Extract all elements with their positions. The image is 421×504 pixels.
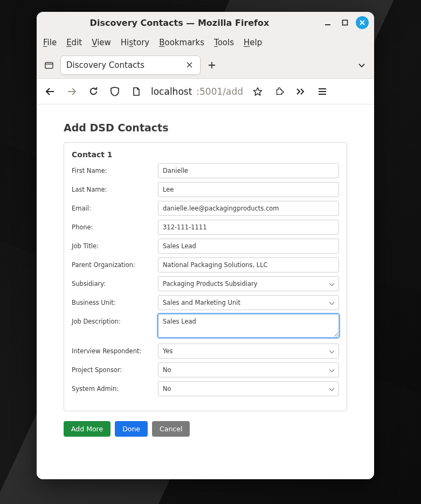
recent-tabs-button[interactable] bbox=[42, 58, 56, 72]
contact-card: Contact 1 First Name: Last Name: Email: … bbox=[64, 142, 347, 411]
nav-back-button[interactable] bbox=[43, 85, 57, 99]
label-email: Email: bbox=[72, 201, 158, 212]
page-title: Add DSD Contacts bbox=[64, 122, 347, 134]
label-interview-respondent: Interview Respondent: bbox=[72, 344, 158, 355]
page-content: Add DSD Contacts Contact 1 First Name: L… bbox=[37, 104, 374, 479]
menu-edit[interactable]: Edit bbox=[66, 38, 82, 47]
tab-strip: Discovery Contacts bbox=[37, 52, 374, 79]
url-bar[interactable]: localhost:5001/add bbox=[151, 86, 243, 97]
interview-respondent-select[interactable]: Yes bbox=[158, 344, 339, 359]
phone-field[interactable] bbox=[158, 220, 339, 235]
back-icon bbox=[45, 86, 56, 97]
menu-help[interactable]: Help bbox=[244, 38, 262, 47]
label-job-description: Job Description: bbox=[72, 314, 158, 325]
subsidiary-select[interactable]: Packaging Products Subsidiary bbox=[158, 276, 339, 291]
window-titlebar: Discovery Contacts — Mozilla Firefox bbox=[37, 12, 374, 33]
menu-history[interactable]: History bbox=[121, 38, 149, 47]
forward-icon bbox=[66, 86, 77, 97]
label-parent-org: Parent Organization: bbox=[72, 257, 158, 269]
url-path: :5001/add bbox=[196, 86, 243, 97]
window-close-button[interactable] bbox=[356, 16, 369, 29]
add-more-button[interactable]: Add More bbox=[64, 421, 111, 437]
done-button[interactable]: Done bbox=[115, 421, 148, 437]
window-maximize-button[interactable] bbox=[339, 16, 351, 29]
extensions-button[interactable] bbox=[272, 85, 286, 99]
chevron-double-right-icon bbox=[296, 88, 306, 95]
project-sponsor-select[interactable]: No bbox=[158, 362, 339, 377]
close-icon bbox=[359, 19, 365, 26]
app-menu-button[interactable] bbox=[315, 85, 329, 99]
label-project-sponsor: Project Sponsor: bbox=[72, 362, 158, 374]
svg-marker-12 bbox=[253, 87, 261, 95]
label-subsidiary: Subsidiary: bbox=[72, 276, 158, 288]
window-title: Discovery Contacts — Mozilla Firefox bbox=[42, 18, 317, 28]
job-description-field[interactable]: Sales Lead bbox=[158, 314, 339, 338]
last-name-field[interactable] bbox=[158, 182, 339, 197]
parent-org-field[interactable] bbox=[158, 257, 339, 272]
hamburger-icon bbox=[318, 88, 327, 95]
email-field[interactable] bbox=[158, 201, 339, 216]
menu-view[interactable]: View bbox=[92, 38, 111, 47]
list-all-tabs-button[interactable] bbox=[355, 58, 369, 72]
label-first-name: First Name: bbox=[72, 163, 158, 174]
label-system-admin: System Admin: bbox=[72, 381, 158, 393]
tab-label: Discovery Contacts bbox=[66, 60, 180, 70]
label-job-title: Job Title: bbox=[72, 239, 158, 250]
maximize-icon bbox=[342, 19, 348, 26]
menu-bookmarks[interactable]: Bookmarks bbox=[159, 38, 204, 47]
star-icon bbox=[253, 87, 263, 96]
first-name-field[interactable] bbox=[158, 163, 339, 178]
nav-toolbar: localhost:5001/add bbox=[37, 79, 374, 104]
chevron-down-icon bbox=[358, 61, 365, 69]
card-header: Contact 1 bbox=[72, 150, 339, 159]
label-business-unit: Business Unit: bbox=[72, 295, 158, 306]
svg-rect-4 bbox=[45, 62, 53, 68]
url-host: localhost bbox=[151, 86, 192, 97]
overflow-button[interactable] bbox=[294, 85, 308, 99]
menu-file[interactable]: File bbox=[43, 38, 57, 47]
system-admin-select[interactable]: No bbox=[158, 381, 339, 396]
page-icon bbox=[132, 87, 141, 96]
cancel-button[interactable]: Cancel bbox=[152, 421, 190, 437]
bookmark-button[interactable] bbox=[251, 85, 265, 99]
plus-icon bbox=[208, 61, 216, 69]
label-last-name: Last Name: bbox=[72, 182, 158, 193]
minimize-icon bbox=[324, 19, 332, 26]
nav-forward-button[interactable] bbox=[65, 85, 79, 99]
browser-window: Discovery Contacts — Mozilla Firefox Fil… bbox=[37, 12, 374, 479]
menubar: File Edit View History Bookmarks Tools H… bbox=[37, 33, 374, 52]
site-security-button[interactable] bbox=[108, 85, 122, 99]
button-row: Add More Done Cancel bbox=[64, 421, 347, 437]
job-title-field[interactable] bbox=[158, 239, 339, 254]
tab-active[interactable]: Discovery Contacts bbox=[60, 55, 201, 75]
reload-icon bbox=[88, 86, 99, 96]
shield-icon bbox=[110, 86, 120, 97]
business-unit-select[interactable]: Sales and Marketing Unit bbox=[158, 295, 339, 310]
svg-rect-1 bbox=[343, 20, 348, 25]
window-minimize-button[interactable] bbox=[321, 16, 334, 29]
puzzle-icon bbox=[274, 87, 284, 96]
new-tab-button[interactable] bbox=[205, 58, 219, 72]
nav-reload-button[interactable] bbox=[86, 85, 100, 99]
label-phone: Phone: bbox=[72, 220, 158, 231]
site-info-button[interactable] bbox=[129, 85, 143, 99]
recent-tabs-icon bbox=[44, 60, 54, 70]
tab-close-button[interactable] bbox=[184, 60, 195, 71]
menu-tools[interactable]: Tools bbox=[214, 38, 234, 47]
close-icon bbox=[187, 62, 192, 68]
